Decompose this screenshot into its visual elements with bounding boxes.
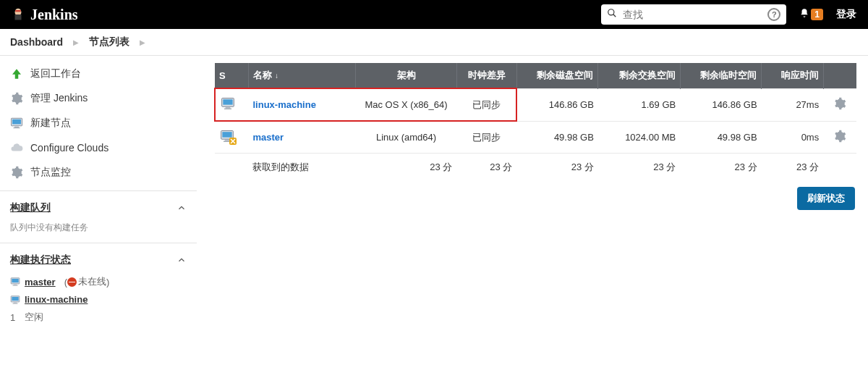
svg-point-7 xyxy=(608,9,614,15)
node-swap: 1.69 GB xyxy=(598,88,680,121)
computer-icon xyxy=(10,117,23,130)
login-link[interactable]: 登录 xyxy=(836,8,856,21)
nav-node-monitoring[interactable]: 节点监控 xyxy=(0,160,197,185)
gear-icon xyxy=(10,166,23,179)
build-executor-section: 构建执行状态 master (—未在线) linux-machine 1 空闲 xyxy=(0,243,197,331)
nodes-table: S 名称↓ 架构 时钟差异 剩余磁盘空间 剩余交换空间 剩余临时空间 响应时间 … xyxy=(214,63,856,181)
footer-disk: 23 分 xyxy=(516,154,597,182)
node-swap: 1024.00 MB xyxy=(598,121,680,154)
cloud-icon xyxy=(10,141,23,154)
node-clock: 已同步 xyxy=(456,121,516,154)
gear-icon xyxy=(10,92,23,105)
nav-configure-clouds[interactable]: Configure Clouds xyxy=(0,135,197,160)
computer-icon xyxy=(10,277,20,287)
section-title: 构建执行状态 xyxy=(10,253,71,267)
col-clock[interactable]: 时钟差异 xyxy=(456,63,516,88)
build-queue-section: 构建队列 队列中没有构建任务 xyxy=(0,190,197,243)
offline-status: (—未在线) xyxy=(64,275,110,288)
col-swap[interactable]: 剩余交换空间 xyxy=(598,63,680,88)
breadcrumb: Dashboard ▶ 节点列表 ▶ xyxy=(0,29,868,56)
breadcrumb-nodes[interactable]: 节点列表 xyxy=(89,35,129,49)
help-icon[interactable]: ? xyxy=(767,8,780,21)
nav-label: 新建节点 xyxy=(30,117,71,130)
stop-icon: — xyxy=(67,277,77,287)
executor-master[interactable]: master (—未在线) xyxy=(10,272,187,291)
notification-badge: 1 xyxy=(811,9,823,20)
computer-icon xyxy=(10,295,20,305)
computer-icon xyxy=(220,96,236,111)
queue-empty-text: 队列中没有构建任务 xyxy=(10,220,187,238)
footer-swap: 23 分 xyxy=(598,154,680,182)
nav-manage-jenkins[interactable]: 管理 Jenkins xyxy=(0,86,197,111)
search-icon xyxy=(607,8,617,21)
executor-name: master xyxy=(25,277,56,288)
jenkins-mascot-icon xyxy=(12,7,25,22)
col-response[interactable]: 响应时间 xyxy=(762,63,824,88)
nav-label: 返回工作台 xyxy=(30,67,81,80)
chevron-up-icon xyxy=(176,255,187,265)
search-box[interactable]: ? xyxy=(601,4,786,25)
bell-icon xyxy=(799,8,809,21)
footer-temp: 23 分 xyxy=(680,154,761,182)
svg-rect-5 xyxy=(15,14,22,20)
footer-label: 获取到的数据 xyxy=(248,154,355,182)
configure-node-icon[interactable] xyxy=(833,130,846,143)
breadcrumb-dashboard[interactable]: Dashboard xyxy=(10,36,63,48)
svg-line-8 xyxy=(613,14,616,17)
col-arch[interactable]: 架构 xyxy=(356,63,457,88)
search-input[interactable] xyxy=(621,8,763,21)
node-temp: 146.86 GB xyxy=(680,88,761,121)
node-arch: Linux (amd64) xyxy=(356,121,457,154)
footer-arch: 23 分 xyxy=(356,154,457,182)
nav-new-node[interactable]: 新建节点 xyxy=(0,111,197,135)
table-footer-row: 获取到的数据 23 分 23 分 23 分 23 分 23 分 23 分 xyxy=(215,154,856,182)
side-nav: 返回工作台 管理 Jenkins 新建节点 Configure Clouds 节… xyxy=(0,56,197,190)
node-arch: Mac OS X (x86_64) xyxy=(356,88,457,121)
col-config xyxy=(823,63,856,88)
nav-label: 管理 Jenkins xyxy=(30,92,88,105)
node-status-icon-cell xyxy=(215,88,248,121)
chevron-right-icon: ▶ xyxy=(73,38,79,46)
sort-down-icon: ↓ xyxy=(275,72,278,80)
notifications[interactable]: 1 xyxy=(799,8,823,21)
table-row: linux-machine Mac OS X (x86_64) 已同步 146.… xyxy=(215,88,856,121)
configure-node-icon[interactable] xyxy=(833,97,846,110)
chevron-right-icon: ▶ xyxy=(140,38,145,46)
footer-clock: 23 分 xyxy=(456,154,516,182)
build-queue-header[interactable]: 构建队列 xyxy=(10,198,187,220)
col-name[interactable]: 名称↓ xyxy=(248,63,355,88)
executor-slot: 1 空闲 xyxy=(10,308,187,327)
col-status[interactable]: S xyxy=(215,63,248,88)
nav-label: Configure Clouds xyxy=(30,142,109,154)
node-disk: 49.98 GB xyxy=(516,121,597,154)
computer-offline-icon xyxy=(219,129,235,143)
section-title: 构建队列 xyxy=(10,201,51,214)
refresh-status-button[interactable]: 刷新状态 xyxy=(797,187,855,210)
node-clock: 已同步 xyxy=(456,88,516,121)
slot-index: 1 xyxy=(10,312,20,323)
jenkins-logo[interactable]: Jenkins xyxy=(12,7,78,23)
build-executor-header[interactable]: 构建执行状态 xyxy=(10,251,187,272)
arrow-up-icon xyxy=(10,67,23,80)
slot-label: 空闲 xyxy=(25,311,43,324)
node-response: 27ms xyxy=(762,88,824,121)
node-status-icon-cell xyxy=(215,121,248,154)
nav-label: 节点监控 xyxy=(30,166,71,179)
chevron-up-icon xyxy=(176,203,187,213)
node-response: 0ms xyxy=(762,121,824,154)
table-row: master Linux (amd64) 已同步 49.98 GB 1024.0… xyxy=(215,121,856,154)
executor-linux-machine[interactable]: linux-machine xyxy=(10,291,187,308)
footer-response: 23 分 xyxy=(762,154,824,182)
node-disk: 146.86 GB xyxy=(516,88,597,121)
col-temp[interactable]: 剩余临时空间 xyxy=(680,63,761,88)
node-temp: 49.98 GB xyxy=(680,121,761,154)
nav-back-to-dashboard[interactable]: 返回工作台 xyxy=(0,62,197,86)
col-disk[interactable]: 剩余磁盘空间 xyxy=(516,63,597,88)
node-name-link[interactable]: master xyxy=(252,132,284,143)
executor-name: linux-machine xyxy=(25,294,88,305)
app-title: Jenkins xyxy=(30,7,78,23)
node-name-link[interactable]: linux-machine xyxy=(252,99,315,110)
